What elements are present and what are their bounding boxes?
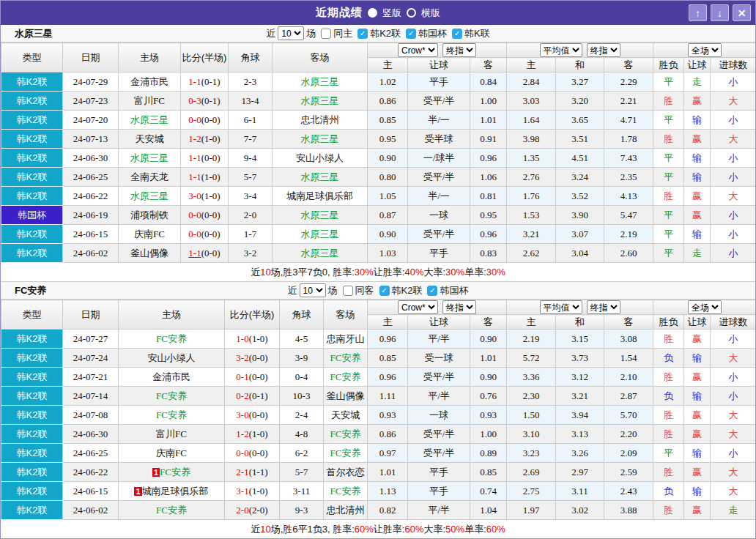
down-arrow-icon: ↓ xyxy=(717,8,722,18)
home-team-cell: 1城南足球俱乐部 xyxy=(119,482,225,501)
result-cell: 小 xyxy=(711,244,756,263)
recent-count-select[interactable]: 10 xyxy=(278,26,304,40)
odds-cell: 1.53 xyxy=(507,206,556,225)
full-score: 1-1 xyxy=(188,248,201,259)
odds-cell: 3.52 xyxy=(556,187,604,206)
league-filter-checkbox[interactable]: ✓ xyxy=(406,29,416,39)
league-type-cell: 韩K2联 xyxy=(1,187,63,206)
odds-cell: 5.47 xyxy=(604,206,653,225)
bookmaker-stage-select[interactable]: 终指 xyxy=(442,43,476,57)
match-scope-select[interactable]: 全场 xyxy=(688,300,722,314)
summary-segment: 场,胜6平1负3, 胜率: xyxy=(271,523,355,536)
away-team-cell: FC安养 xyxy=(324,425,368,444)
same-venue-checkbox[interactable] xyxy=(321,29,331,39)
half-score: (1-1) xyxy=(249,466,268,477)
vertical-layout-radio[interactable] xyxy=(368,8,377,18)
result-cell: 负 xyxy=(653,349,684,368)
date-cell: 24-07-21 xyxy=(63,368,119,387)
titlebar-buttons: ↑ ↓ ✕ xyxy=(689,4,751,21)
score-cell: 1-1(0-1) xyxy=(181,73,229,92)
odds-cell: 2.10 xyxy=(604,368,653,387)
table-row: 韩K2联24-07-13天安城1-2(1-0)7-7水原三星0.95受半球0.9… xyxy=(1,130,756,149)
score-cell: 0-0(0-0) xyxy=(181,225,229,244)
result-cell: 小 xyxy=(711,330,756,349)
horizontal-layout-radio[interactable] xyxy=(407,8,416,18)
away-team-name: FC安养 xyxy=(330,352,361,363)
column-header: 日期 xyxy=(63,43,119,73)
date-cell: 24-06-25 xyxy=(63,168,119,187)
result-cell: 输 xyxy=(684,482,711,501)
league-type-cell: 韩K2联 xyxy=(1,349,63,368)
panel-title: 近期战绩 xyxy=(316,6,363,20)
home-team-cell: 全南天龙 xyxy=(119,168,181,187)
league-type-cell: 韩K2联 xyxy=(1,387,63,406)
summary-segment: 大率: xyxy=(423,523,445,536)
summary-segment: 让胜率: xyxy=(374,523,405,536)
league-filter-checkbox[interactable]: ✓ xyxy=(427,286,437,296)
average-select[interactable]: 平均值 xyxy=(540,300,582,314)
odds-cell: 平/半 xyxy=(408,387,470,406)
date-cell: 24-06-25 xyxy=(63,444,119,463)
result-cell: 大 xyxy=(711,92,756,111)
move-up-button[interactable]: ↑ xyxy=(689,4,707,21)
score-cell: 0-0(0-0) xyxy=(181,206,229,225)
column-subheader: 主 xyxy=(368,315,408,330)
table-row: 韩K2联24-06-02FC安养2-0(2-0)9-3忠北清州0.82平/半1.… xyxy=(1,501,756,520)
average-select[interactable]: 平均值 xyxy=(540,43,582,57)
league-type-cell: 韩K2联 xyxy=(1,425,63,444)
move-down-button[interactable]: ↓ xyxy=(711,4,729,21)
corner-cell: 9-3 xyxy=(280,501,324,520)
filter-bar: 近10场同主✓韩K2联✓韩国杯✓韩K联 xyxy=(1,26,755,40)
full-score: 0-0 xyxy=(188,209,201,220)
red-card-badge: 1 xyxy=(152,468,160,477)
result-cell: 输 xyxy=(684,387,711,406)
odds-cell: 1.97 xyxy=(507,501,556,520)
match-scope-select[interactable]: 全场 xyxy=(688,43,722,57)
summary-segment: 近 xyxy=(251,523,260,536)
result-cell: 小 xyxy=(711,73,756,92)
corner-cell: 3-2 xyxy=(229,244,273,263)
corner-cell: 6-2 xyxy=(280,444,324,463)
odds-cell: 0.85 xyxy=(368,111,408,130)
result-cell: 胜 xyxy=(653,92,684,111)
result-cell: 赢 xyxy=(684,187,711,206)
league-filter-checkbox[interactable]: ✓ xyxy=(357,29,368,39)
away-team-cell: FC安养 xyxy=(324,444,368,463)
home-team-cell: 金浦市民 xyxy=(119,73,181,92)
league-filter-checkbox[interactable]: ✓ xyxy=(379,286,390,296)
odds-cell: 受平/半 xyxy=(408,444,470,463)
bookmaker-select[interactable]: Crow* xyxy=(398,43,438,57)
half-score: (0-0) xyxy=(249,352,268,363)
odds-cell: 0.96 xyxy=(470,149,507,168)
recent-count-select[interactable]: 10 xyxy=(300,283,326,297)
same-venue-label: 同客 xyxy=(355,284,374,297)
average-stage-select[interactable]: 终指 xyxy=(587,43,620,57)
summary-segment: 30% xyxy=(445,267,464,278)
away-team-cell: 忠北清州 xyxy=(273,111,368,130)
league-type-cell: 韩K2联 xyxy=(1,444,63,463)
away-team-name: FC安养 xyxy=(330,428,361,439)
header-group: 平均值终指 xyxy=(507,300,653,315)
odds-cell: 受半球 xyxy=(408,130,470,149)
same-venue-checkbox[interactable] xyxy=(343,286,353,296)
odds-cell: 1.01 xyxy=(368,463,408,482)
column-header: 客场 xyxy=(273,43,368,73)
away-team-name: 水原三星 xyxy=(301,133,339,144)
result-cell: 平 xyxy=(653,149,684,168)
odds-cell: 3.13 xyxy=(556,425,604,444)
odds-cell: 0.74 xyxy=(470,482,507,501)
average-stage-select[interactable]: 终指 xyxy=(587,300,620,314)
result-cell: 赢 xyxy=(684,368,711,387)
bookmaker-stage-select[interactable]: 终指 xyxy=(442,300,476,314)
close-button[interactable]: ✕ xyxy=(733,4,751,21)
date-cell: 24-06-02 xyxy=(63,244,119,263)
column-subheader: 客 xyxy=(604,58,653,73)
league-filter-checkbox[interactable]: ✓ xyxy=(452,29,462,39)
odds-cell: 0.76 xyxy=(470,387,507,406)
odds-cell: 半/一 xyxy=(408,111,470,130)
result-cell: 输 xyxy=(684,444,711,463)
home-team-name: FC安养 xyxy=(156,333,187,344)
bookmaker-select[interactable]: Crow* xyxy=(398,300,438,314)
corner-cell: 2-3 xyxy=(229,73,273,92)
odds-cell: 1.02 xyxy=(368,73,408,92)
